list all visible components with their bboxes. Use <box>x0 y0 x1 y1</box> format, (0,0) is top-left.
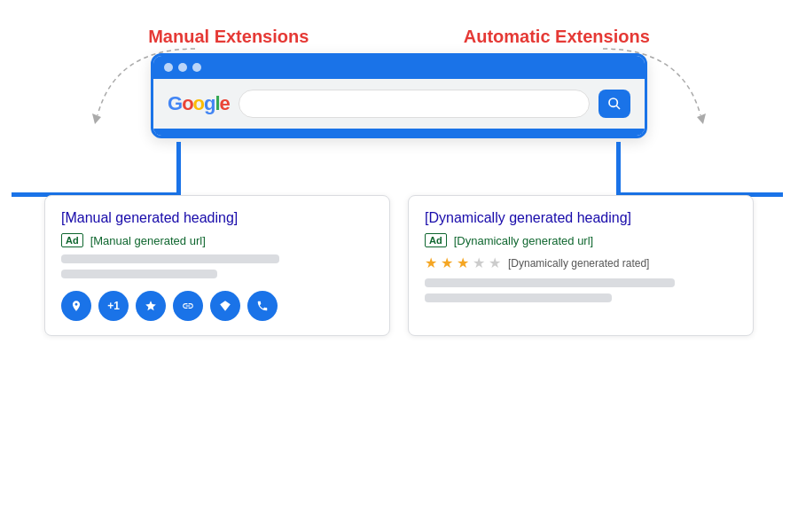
auto-ad-badge: Ad <box>425 233 447 247</box>
svg-rect-6 <box>616 142 621 197</box>
browser-dot-1 <box>164 63 173 72</box>
search-icon <box>607 97 622 111</box>
auto-url: [Dynamically generated url] <box>454 234 594 247</box>
auto-url-row: Ad [Dynamically generated url] <box>425 233 737 247</box>
manual-ad-card: [Manual generated heading] Ad [Manual ge… <box>44 195 390 336</box>
automatic-extensions-label: Automatic Extensions <box>464 27 650 47</box>
star-4: ★ <box>473 254 485 271</box>
rated-text: [Dynamically generated rated] <box>508 257 649 270</box>
browser-dot-2 <box>178 63 187 72</box>
svg-rect-4 <box>176 142 181 197</box>
google-logo: Google <box>168 92 230 115</box>
phone-extension-icon <box>247 291 278 321</box>
logo-g: G <box>168 92 182 115</box>
manual-text-line-1 <box>61 254 279 263</box>
auto-heading: [Dynamically generated heading] <box>425 210 737 226</box>
auto-text-line-2 <box>425 293 612 302</box>
extension-icons-row: +1 <box>61 291 373 321</box>
svg-point-2 <box>609 98 617 106</box>
star-5: ★ <box>489 254 501 271</box>
top-labels: Manual Extensions Automatic Extensions <box>0 9 798 47</box>
svg-marker-0 <box>92 113 101 124</box>
logo-e: e <box>220 92 230 115</box>
main-container: Manual Extensions Automatic Extensions G… <box>0 0 798 532</box>
auto-text-line-1 <box>425 278 675 287</box>
manual-extensions-label: Manual Extensions <box>148 27 309 47</box>
manual-heading: [Manual generated heading] <box>61 210 373 226</box>
link-extension-icon <box>173 291 203 321</box>
star-1: ★ <box>425 254 437 271</box>
auto-ad-card: [Dynamically generated heading] Ad [Dyna… <box>408 195 754 336</box>
svg-line-3 <box>616 106 620 109</box>
star-2: ★ <box>441 254 453 271</box>
cards-row: [Manual generated heading] Ad [Manual ge… <box>13 195 785 336</box>
browser-bottom-bar <box>153 129 645 136</box>
plus1-extension-icon: +1 <box>98 291 129 321</box>
manual-url: [Manual generated url] <box>90 234 206 247</box>
search-bar[interactable] <box>239 90 590 118</box>
browser-titlebar <box>153 56 645 79</box>
browser-dot-3 <box>192 63 201 72</box>
logo-o2: o <box>193 92 204 115</box>
star-extension-icon <box>136 291 166 321</box>
search-button[interactable] <box>598 90 630 118</box>
manual-url-row: Ad [Manual generated url] <box>61 233 373 247</box>
browser-window: Google <box>151 53 647 138</box>
diamond-extension-icon <box>210 291 240 321</box>
manual-text-line-2 <box>61 270 217 278</box>
manual-ad-badge: Ad <box>61 233 83 247</box>
star-3: ★ <box>457 254 469 271</box>
location-extension-icon <box>61 291 91 321</box>
logo-o1: o <box>182 92 192 115</box>
browser-body: Google <box>153 79 645 129</box>
svg-marker-1 <box>697 113 706 124</box>
logo-g2: g <box>204 92 215 115</box>
stars-row: ★ ★ ★ ★ ★ [Dynamically generated rated] <box>425 254 737 271</box>
